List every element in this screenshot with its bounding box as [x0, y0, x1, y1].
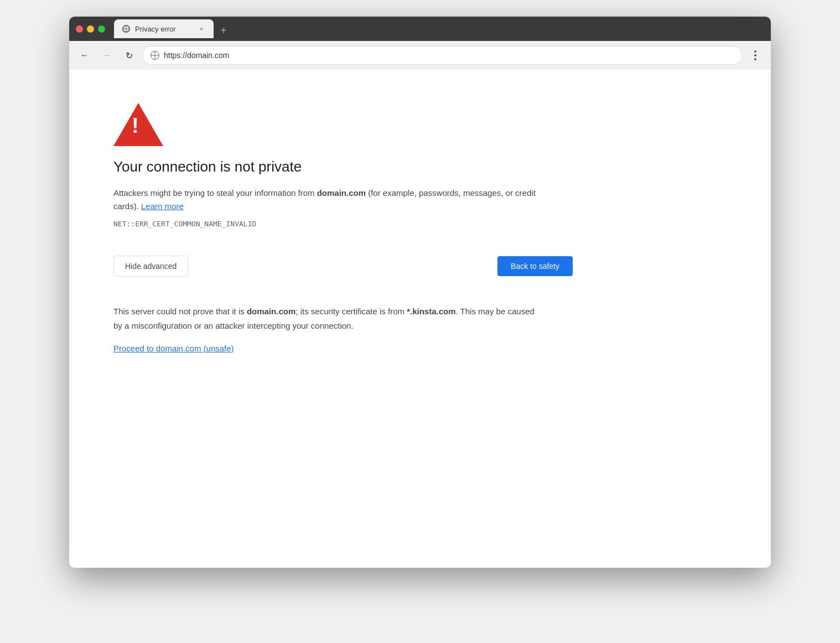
menu-dot-1 — [754, 50, 756, 53]
error-code: NET::ERR_CERT_COMMON_NAME_INVALID — [113, 220, 727, 228]
tab-globe-icon — [122, 25, 130, 33]
warning-icon — [113, 103, 158, 142]
advanced-domain: domain.com — [247, 307, 295, 316]
new-tab-button[interactable]: + — [216, 23, 231, 38]
browser-window: Privacy error × + ← → ↻ https://domain.c… — [69, 17, 771, 568]
traffic-lights — [76, 25, 105, 33]
hide-advanced-button[interactable]: Hide advanced — [113, 256, 188, 277]
browser-menu-button[interactable] — [746, 46, 764, 64]
forward-button[interactable]: → — [98, 46, 116, 64]
advanced-cert-domain: *.kinsta.com — [407, 307, 455, 316]
description-domain: domain.com — [317, 188, 366, 198]
address-globe-icon — [151, 51, 159, 60]
advanced-text-part1: This server could not prove that it is — [113, 307, 247, 316]
reload-button[interactable]: ↻ — [120, 46, 138, 64]
learn-more-link[interactable]: Learn more — [141, 201, 184, 211]
tab-label: Privacy error — [135, 25, 193, 33]
advanced-text-part2: ; its security certificate is from — [295, 307, 407, 316]
minimize-window-button[interactable] — [87, 25, 94, 33]
address-text: https://domain.com — [164, 51, 734, 60]
back-to-safety-button[interactable]: Back to safety — [497, 256, 573, 276]
warning-triangle-icon — [113, 103, 163, 146]
address-bar[interactable]: https://domain.com — [142, 46, 742, 65]
menu-dot-2 — [754, 54, 756, 56]
nav-bar: ← → ↻ https://domain.com — [69, 41, 771, 70]
error-description: Attackers might be trying to steal your … — [113, 186, 545, 213]
maximize-window-button[interactable] — [98, 25, 105, 33]
close-window-button[interactable] — [76, 25, 83, 33]
page-content: Your connection is not private Attackers… — [69, 70, 771, 568]
tab-close-button[interactable]: × — [197, 24, 206, 33]
description-part1: Attackers might be trying to steal your … — [113, 188, 317, 198]
title-bar: Privacy error × + — [69, 17, 771, 41]
back-button[interactable]: ← — [76, 46, 94, 64]
proceed-unsafe-link[interactable]: Proceed to domain.com (unsafe) — [113, 344, 234, 353]
tab-bar: Privacy error × + — [114, 19, 764, 38]
menu-dot-3 — [754, 58, 756, 60]
button-row: Hide advanced Back to safety — [113, 256, 573, 277]
browser-tab[interactable]: Privacy error × — [114, 19, 214, 38]
tab-favicon — [122, 24, 131, 33]
advanced-text: This server could not prove that it is d… — [113, 304, 545, 333]
error-heading: Your connection is not private — [113, 158, 727, 175]
